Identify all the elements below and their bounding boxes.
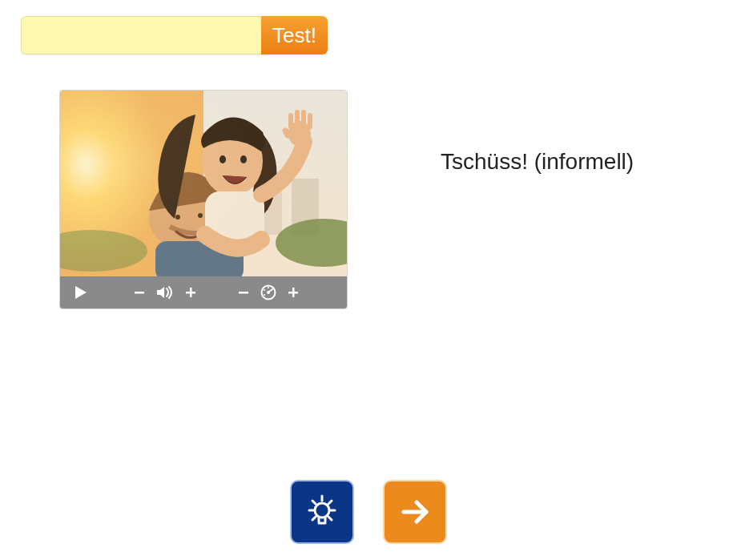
prompt-text: Tschüss! (informell) bbox=[441, 149, 634, 175]
plus-icon bbox=[288, 287, 299, 298]
svg-point-30 bbox=[268, 287, 269, 288]
play-button[interactable] bbox=[75, 285, 87, 300]
minus-icon bbox=[238, 287, 249, 298]
next-button[interactable] bbox=[383, 480, 447, 544]
flashcard-image bbox=[60, 91, 347, 276]
answer-input[interactable] bbox=[21, 16, 261, 54]
speed-up-button[interactable] bbox=[288, 287, 299, 298]
volume-up-button[interactable] bbox=[185, 287, 196, 298]
plus-icon bbox=[185, 287, 196, 298]
lightbulb-icon bbox=[300, 489, 344, 534]
svg-point-31 bbox=[264, 294, 265, 296]
arrow-right-icon bbox=[396, 493, 434, 531]
svg-point-34 bbox=[315, 503, 329, 518]
speed-button[interactable] bbox=[260, 284, 276, 300]
minus-icon bbox=[134, 287, 145, 298]
answer-row: Test! bbox=[21, 16, 328, 54]
svg-rect-22 bbox=[135, 292, 144, 294]
bottom-buttons bbox=[290, 480, 447, 544]
svg-rect-21 bbox=[60, 91, 347, 276]
svg-line-39 bbox=[328, 501, 332, 504]
svg-rect-33 bbox=[292, 288, 295, 297]
volume-icon bbox=[156, 285, 174, 300]
svg-line-38 bbox=[312, 501, 316, 504]
speed-down-button[interactable] bbox=[238, 287, 249, 298]
volume-down-button[interactable] bbox=[134, 287, 145, 298]
media-card bbox=[59, 90, 348, 309]
play-icon bbox=[75, 285, 87, 300]
gauge-icon bbox=[260, 284, 276, 300]
test-button[interactable]: Test! bbox=[261, 16, 328, 54]
svg-line-28 bbox=[268, 289, 272, 292]
media-controls bbox=[60, 276, 347, 308]
svg-line-41 bbox=[328, 517, 332, 520]
svg-rect-24 bbox=[190, 288, 192, 297]
svg-point-29 bbox=[264, 289, 265, 291]
svg-line-40 bbox=[312, 517, 316, 520]
svg-rect-25 bbox=[239, 292, 248, 294]
volume-button[interactable] bbox=[156, 285, 174, 300]
hint-button[interactable] bbox=[290, 480, 354, 544]
